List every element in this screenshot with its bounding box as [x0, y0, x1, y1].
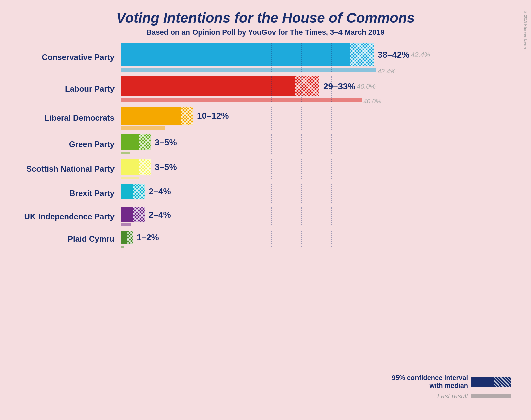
- bar-hatched: [181, 107, 193, 125]
- copyright: © 2019 Filip van Laenen: [524, 10, 528, 51]
- bar-section: 2–4%: [121, 184, 518, 203]
- main-bar: [121, 134, 151, 150]
- main-bar-row: 10–12%: [121, 107, 518, 125]
- party-label: Scottish National Party: [13, 164, 121, 174]
- bar-section: 3–5%: [121, 159, 518, 179]
- legend-ci-item: 95% confidence interval with median: [392, 374, 511, 390]
- bar-hatched: [127, 231, 133, 244]
- main-bar: [121, 159, 151, 175]
- last-result-bar-solid: [121, 223, 131, 226]
- bar-section: 29–33%40.0%40.0%: [121, 76, 518, 102]
- last-result-pct-label: 40.0%: [357, 83, 376, 90]
- party-row: Scottish National Party3–5%: [13, 159, 518, 179]
- party-row: Conservative Party38–42%42.4%42.4%: [13, 43, 518, 72]
- bar-section: 3–5%: [121, 134, 518, 154]
- main-bar-row: 3–5%: [121, 134, 518, 150]
- legend-lr-item: Last result: [437, 392, 511, 400]
- legend-ci-bar: [471, 377, 511, 387]
- last-result-bar: [121, 126, 518, 130]
- range-label: 3–5%: [155, 137, 177, 148]
- party-row: Liberal Democrats10–12%: [13, 107, 518, 130]
- party-row: UK Independence Party2–4%: [13, 207, 518, 226]
- bar-solid: [121, 76, 295, 96]
- last-result-inline-label: 40.0%: [363, 98, 381, 105]
- main-bar-row: 38–42%42.4%: [121, 43, 518, 66]
- party-label: UK Independence Party: [13, 212, 121, 222]
- party-row: Green Party3–5%: [13, 134, 518, 154]
- legend-lr-bar: [471, 394, 511, 398]
- chart-title: Voting Intentions for the House of Commo…: [13, 10, 518, 26]
- last-result-bar-solid: [121, 177, 139, 179]
- chart-container: Voting Intentions for the House of Commo…: [0, 0, 531, 420]
- bar-section: 1–2%: [121, 231, 518, 248]
- bar-solid: [121, 231, 127, 244]
- legend-lr-label: Last result: [437, 392, 468, 400]
- last-result-bar-solid: [121, 126, 165, 130]
- bar-hatched: [139, 134, 151, 150]
- party-label: Conservative Party: [13, 53, 121, 62]
- party-label: Brexit Party: [13, 189, 121, 198]
- legend-ci-hatch: [494, 377, 511, 387]
- last-result-bar: [121, 98, 518, 102]
- range-label: 10–12%: [197, 111, 229, 121]
- range-label: 2–4%: [149, 210, 171, 220]
- party-label: Plaid Cymru: [13, 234, 121, 244]
- bar-section: 38–42%42.4%42.4%: [121, 43, 518, 72]
- legend-ci-label: 95% confidence interval with median: [392, 374, 468, 390]
- legend-ci-solid: [471, 377, 494, 387]
- main-bar: [121, 107, 193, 125]
- range-label: 2–4%: [149, 186, 171, 197]
- chart-subtitle: Based on an Opinion Poll by YouGov for T…: [13, 28, 518, 37]
- party-row: Labour Party29–33%40.0%40.0%: [13, 76, 518, 102]
- range-label: 38–42%: [378, 50, 409, 60]
- bar-hatched: [295, 76, 319, 96]
- last-result-bar-solid: [121, 246, 124, 248]
- bar-section: 2–4%: [121, 207, 518, 226]
- bar-solid: [121, 43, 350, 66]
- bar-solid: [121, 134, 139, 150]
- range-label: 1–2%: [137, 232, 159, 243]
- range-label: 29–33%: [323, 81, 355, 92]
- last-result-bar: [121, 200, 518, 203]
- bar-hatched: [133, 207, 145, 222]
- main-bar: [121, 43, 374, 66]
- legend-area: 95% confidence interval with median Last…: [392, 374, 511, 400]
- bar-solid: [121, 184, 133, 199]
- main-bar-row: 2–4%: [121, 207, 518, 222]
- last-result-pct-label: 42.4%: [411, 51, 430, 59]
- main-bar-row: 29–33%40.0%: [121, 76, 518, 96]
- main-bar: [121, 184, 145, 199]
- last-result-bar: [121, 223, 518, 226]
- last-result-bar: [121, 152, 518, 154]
- last-result-bar-solid: [121, 152, 130, 154]
- last-result-inline-label: 42.4%: [378, 68, 396, 75]
- last-result-bar-solid: [121, 98, 362, 102]
- bar-solid: [121, 159, 139, 175]
- main-bar-row: 3–5%: [121, 159, 518, 175]
- bar-hatched: [139, 159, 151, 175]
- main-bar: [121, 207, 145, 222]
- main-bar-row: 2–4%: [121, 184, 518, 199]
- main-bar-row: 1–2%: [121, 231, 518, 244]
- last-result-bar: [121, 246, 518, 248]
- main-bar: [121, 76, 319, 96]
- party-label: Green Party: [13, 140, 121, 149]
- last-result-bar-solid: [121, 68, 376, 72]
- bar-section: 10–12%: [121, 107, 518, 130]
- bar-solid: [121, 207, 133, 222]
- last-result-bar: [121, 177, 518, 179]
- main-bar: [121, 231, 133, 244]
- bar-solid: [121, 107, 181, 125]
- party-label: Labour Party: [13, 84, 121, 94]
- range-label: 3–5%: [155, 162, 177, 172]
- chart-area: Conservative Party38–42%42.4%42.4%Labour…: [13, 43, 518, 253]
- party-row: Brexit Party2–4%: [13, 184, 518, 203]
- party-label: Liberal Democrats: [13, 113, 121, 123]
- party-row: Plaid Cymru1–2%: [13, 231, 518, 248]
- bar-hatched: [350, 43, 374, 66]
- last-result-bar: [121, 68, 518, 72]
- bar-hatched: [133, 184, 145, 199]
